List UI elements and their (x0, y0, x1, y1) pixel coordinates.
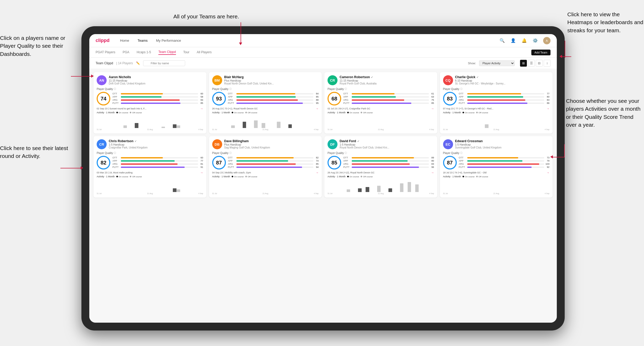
search-input[interactable] (143, 60, 185, 66)
stat-bar-wrap (121, 160, 198, 162)
chart-x-labels: 31 Jul 21 Aug 4 Sep (443, 193, 550, 194)
stat-bar (467, 93, 521, 94)
player-name[interactable]: Aaron Nicholls (109, 75, 203, 79)
stat-label: APP (112, 159, 120, 162)
stat-bar-wrap (121, 103, 198, 104)
avatar[interactable]: A (543, 37, 550, 44)
latest-round-text: 26 Aug 23 | 73 (+1), Royal North Devon G… (212, 107, 316, 110)
player-card[interactable]: EC Edward Crossman 1-5 Handicap Sunningd… (440, 136, 553, 198)
stat-bar-wrap (467, 93, 544, 94)
chart-area: 31 Jul 21 Aug 4 Sep (97, 115, 203, 130)
card-header: EC Edward Crossman 1-5 Handicap Sunningd… (443, 139, 550, 149)
chart-area: 31 Jul 21 Aug 4 Sep (328, 179, 434, 194)
arrow-head-teams (239, 42, 242, 45)
stat-label: APP (112, 95, 120, 98)
player-name[interactable]: Chris Robertson ✓ (109, 139, 203, 143)
stat-label: PUTT (459, 166, 466, 168)
player-name[interactable]: Cameron Robertson ✓ (340, 75, 434, 79)
nav-item-teams[interactable]: Teams (138, 39, 148, 42)
chart-x-labels: 31 Jul 21 Aug 4 Sep (97, 193, 203, 194)
player-card[interactable]: DB Dave Billingham Plus Handicap Sag Mag… (209, 136, 322, 198)
player-handicap: Plus Handicap (224, 79, 319, 82)
sort-button[interactable]: ↕ (544, 60, 550, 67)
latest-round[interactable]: 02 Jul 23 | 59 (+17), Craigmillar Park G… (328, 107, 434, 110)
player-card[interactable]: BM Blair McHarg Plus Handicap Royal Nort… (209, 72, 322, 134)
filter-button[interactable]: ⊟ (536, 60, 543, 67)
stat-row: PUTT 85 (343, 102, 434, 104)
stat-bar-wrap (236, 160, 314, 162)
stat-row: OTT 60 (112, 156, 203, 159)
stat-bar-wrap (352, 99, 429, 101)
player-name[interactable]: Edward Crossman (455, 139, 550, 143)
sub-nav: PGAT Players PGA Hcaps 1-5 Team Clippd T… (89, 47, 557, 58)
subnav-all-players[interactable]: All Players (197, 50, 212, 55)
stat-row: APP 63 (343, 95, 434, 98)
latest-round[interactable]: 26 Aug 23 | 73 (+1), Royal North Devon G… (212, 107, 319, 110)
quality-circle[interactable]: 68 (328, 92, 341, 105)
annotation-activities: Choose whether you see your players Acti… (566, 97, 642, 129)
quality-circle[interactable]: 83 (443, 92, 457, 105)
subnav-pga[interactable]: PGA (123, 50, 129, 55)
off-course-label: Off course (248, 111, 257, 114)
player-name[interactable]: Dave Billingham (224, 139, 319, 143)
stat-val: 58 (199, 95, 203, 98)
stat-label: APP (459, 159, 466, 162)
activity-label: Activity · 1 Month On course Off course (328, 111, 434, 114)
user-icon[interactable]: 👤 (510, 38, 516, 44)
player-card[interactable]: AN Aaron Nicholls 11-15 Handicap Drift G… (94, 72, 206, 134)
quality-section: Player Quality ⓘ 68 OTT 61 APP (328, 87, 434, 105)
subnav-tour[interactable]: Tour (183, 50, 189, 55)
quality-circle[interactable]: 87 (443, 156, 457, 169)
settings-icon[interactable]: ⚙️ (532, 38, 538, 44)
edit-icon[interactable]: ✏️ (136, 61, 140, 65)
subnav-team-clippd[interactable]: Team Clippd (158, 50, 176, 55)
grid-view-button[interactable]: ⊞ (520, 60, 527, 67)
player-card[interactable]: CR Chris Robertson ✓ 1-5 Handicap Craigm… (94, 136, 206, 198)
add-team-button[interactable]: Add Team (531, 50, 550, 55)
stat-label: OTT (228, 92, 235, 95)
nav-item-home[interactable]: Home (120, 39, 129, 42)
quality-label: Player Quality ⓘ (443, 151, 550, 155)
stat-label: PUTT (343, 166, 351, 168)
x-label-2: 21 Aug (263, 193, 268, 194)
stat-bar-wrap (467, 167, 544, 168)
nav-item-my-performance[interactable]: My Performance (156, 39, 181, 42)
quality-circle[interactable]: 87 (212, 156, 226, 169)
latest-round[interactable]: 02 Sep 23 | Sunset round to get back int… (97, 107, 203, 110)
player-club: Sag Maging Golf Club, United Kingdom (224, 146, 319, 149)
quality-label: Player Quality ⓘ (97, 87, 203, 91)
latest-round[interactable]: 04 Sep 23 | Mobility with coach, Gym → (212, 171, 319, 174)
latest-round[interactable]: 07 Aug 23 | 77 (+7), St George's Hill GC… (443, 107, 550, 110)
latest-round[interactable]: 26 Aug 23 | 84 (+12), Royal North Devon … (328, 171, 434, 174)
list-view-button[interactable]: ☰ (528, 60, 535, 67)
player-card[interactable]: CR Cameron Robertson ✓ 11-15 Handicap Ro… (324, 72, 437, 134)
player-card[interactable]: CQ Charlie Quick ✓ 6-10 Handicap St. Geo… (440, 72, 553, 134)
search-icon[interactable]: 🔍 (499, 38, 505, 44)
bell-icon[interactable]: 🔔 (521, 38, 527, 44)
stat-label: APP (343, 95, 351, 98)
stat-bar (352, 160, 408, 162)
stats-grid: OTT 61 APP 63 ARG (343, 92, 434, 105)
card-header: DF David Ford ✓ 1-5 Handicap Royal North… (328, 139, 434, 149)
subnav-hcaps[interactable]: Hcaps 1-5 (137, 50, 151, 55)
player-handicap: 1-5 Handicap (340, 143, 434, 146)
latest-round[interactable]: 03 Mar 23 | 19, Must make putting → (97, 171, 203, 174)
player-name[interactable]: David Ford ✓ (340, 139, 434, 143)
stat-bar (121, 99, 180, 101)
stat-bar (352, 157, 414, 158)
x-label-3: 4 Sep (545, 129, 549, 130)
quality-circle[interactable]: 74 (97, 92, 110, 105)
annotation-latest-round: Click here to see their latest round or … (0, 144, 68, 160)
quality-circle[interactable]: 82 (97, 156, 110, 169)
quality-circle[interactable]: 85 (328, 156, 341, 169)
stat-label: PUTT (228, 102, 235, 104)
legend-on: On course (232, 175, 244, 178)
player-card[interactable]: DF David Ford ✓ 1-5 Handicap Royal North… (324, 136, 437, 198)
player-name[interactable]: Charlie Quick ✓ (455, 75, 550, 79)
chart-area: 31 Jul 21 Aug 4 Sep (97, 179, 203, 194)
latest-round[interactable]: 18 Jul 23 | 74 (+4), Sunningdale GC - Ol… (443, 171, 550, 174)
quality-circle[interactable]: 93 (212, 92, 226, 105)
player-name[interactable]: Blair McHarg (224, 75, 319, 79)
subnav-pgat[interactable]: PGAT Players (96, 50, 115, 55)
show-select[interactable]: Player Activity Quality Score Trend (479, 60, 515, 66)
